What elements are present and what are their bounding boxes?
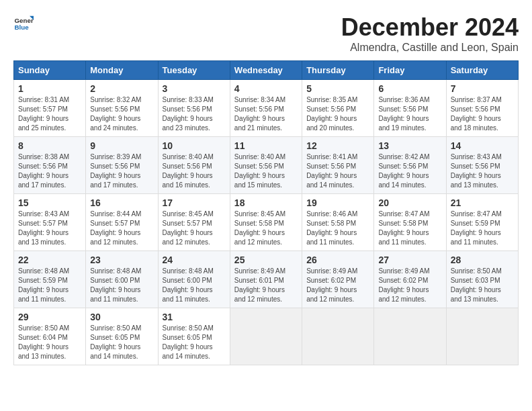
header-friday: Friday bbox=[374, 61, 446, 80]
day-info: Sunrise: 8:39 AMSunset: 5:56 PMDaylight:… bbox=[90, 152, 153, 190]
day-number: 30 bbox=[90, 312, 153, 322]
day-info: Sunrise: 8:38 AMSunset: 5:56 PMDaylight:… bbox=[18, 152, 81, 190]
day-info: Sunrise: 8:44 AMSunset: 5:57 PMDaylight:… bbox=[90, 210, 153, 247]
calendar-cell: 29 Sunrise: 8:50 AMSunset: 6:04 PMDaylig… bbox=[14, 308, 86, 365]
day-info: Sunrise: 8:46 AMSunset: 5:58 PMDaylight:… bbox=[306, 210, 369, 247]
day-info: Sunrise: 8:36 AMSunset: 5:56 PMDaylight:… bbox=[378, 95, 441, 133]
day-info: Sunrise: 8:50 AMSunset: 6:05 PMDaylight:… bbox=[90, 324, 153, 361]
day-info: Sunrise: 8:49 AMSunset: 6:02 PMDaylight:… bbox=[306, 267, 369, 304]
calendar-cell: 8 Sunrise: 8:38 AMSunset: 5:56 PMDayligh… bbox=[14, 137, 86, 194]
calendar-cell: 18 Sunrise: 8:45 AMSunset: 5:58 PMDaylig… bbox=[230, 194, 302, 251]
day-number: 23 bbox=[90, 255, 153, 265]
header-wednesday: Wednesday bbox=[230, 61, 302, 80]
day-info: Sunrise: 8:45 AMSunset: 5:58 PMDaylight:… bbox=[234, 210, 298, 247]
day-number: 6 bbox=[378, 83, 441, 94]
day-info: Sunrise: 8:34 AMSunset: 5:56 PMDaylight:… bbox=[234, 95, 298, 133]
logo-icon: General Blue bbox=[13, 13, 34, 34]
day-number: 25 bbox=[234, 255, 298, 265]
calendar-cell: 24 Sunrise: 8:48 AMSunset: 6:00 PMDaylig… bbox=[158, 251, 230, 308]
calendar-cell: 31 Sunrise: 8:50 AMSunset: 6:05 PMDaylig… bbox=[158, 308, 230, 365]
day-info: Sunrise: 8:47 AMSunset: 5:58 PMDaylight:… bbox=[378, 210, 441, 247]
day-number: 9 bbox=[90, 140, 153, 151]
day-number: 13 bbox=[378, 140, 441, 151]
calendar-cell: 12 Sunrise: 8:41 AMSunset: 5:56 PMDaylig… bbox=[302, 137, 374, 194]
calendar-week-row: 22 Sunrise: 8:48 AMSunset: 5:59 PMDaylig… bbox=[14, 251, 519, 308]
calendar-cell: 26 Sunrise: 8:49 AMSunset: 6:02 PMDaylig… bbox=[302, 251, 374, 308]
day-info: Sunrise: 8:48 AMSunset: 5:59 PMDaylight:… bbox=[18, 267, 81, 304]
day-number: 3 bbox=[163, 83, 226, 94]
calendar-cell: 1 Sunrise: 8:31 AMSunset: 5:57 PMDayligh… bbox=[14, 80, 86, 137]
day-number: 2 bbox=[90, 83, 153, 94]
day-info: Sunrise: 8:43 AMSunset: 5:57 PMDaylight:… bbox=[18, 210, 81, 247]
calendar-cell: 28 Sunrise: 8:50 AMSunset: 6:03 PMDaylig… bbox=[446, 251, 518, 308]
day-number: 28 bbox=[451, 255, 514, 265]
calendar-cell: 20 Sunrise: 8:47 AMSunset: 5:58 PMDaylig… bbox=[374, 194, 446, 251]
month-title: December 2024 bbox=[341, 13, 519, 42]
calendar-cell bbox=[302, 308, 374, 365]
header-thursday: Thursday bbox=[302, 61, 374, 80]
day-number: 31 bbox=[163, 312, 226, 322]
calendar-cell: 21 Sunrise: 8:47 AMSunset: 5:59 PMDaylig… bbox=[446, 194, 518, 251]
day-number: 17 bbox=[163, 197, 226, 208]
day-number: 7 bbox=[451, 83, 514, 94]
page-header: General Blue December 2024 Almendra, Cas… bbox=[13, 13, 519, 54]
day-number: 21 bbox=[451, 197, 514, 208]
day-info: Sunrise: 8:37 AMSunset: 5:56 PMDaylight:… bbox=[451, 95, 514, 133]
calendar-cell: 23 Sunrise: 8:48 AMSunset: 6:00 PMDaylig… bbox=[86, 251, 158, 308]
location-title: Almendra, Castille and Leon, Spain bbox=[341, 42, 519, 54]
day-info: Sunrise: 8:35 AMSunset: 5:56 PMDaylight:… bbox=[306, 95, 369, 133]
calendar-cell: 9 Sunrise: 8:39 AMSunset: 5:56 PMDayligh… bbox=[86, 137, 158, 194]
calendar-cell: 14 Sunrise: 8:43 AMSunset: 5:56 PMDaylig… bbox=[446, 137, 518, 194]
day-number: 1 bbox=[18, 83, 81, 94]
calendar-cell bbox=[230, 308, 302, 365]
day-info: Sunrise: 8:40 AMSunset: 5:56 PMDaylight:… bbox=[163, 152, 226, 190]
svg-text:General: General bbox=[15, 17, 34, 24]
calendar-table: Sunday Monday Tuesday Wednesday Thursday… bbox=[13, 60, 519, 365]
day-number: 4 bbox=[234, 83, 298, 94]
day-number: 12 bbox=[306, 140, 369, 151]
day-number: 8 bbox=[18, 140, 81, 151]
header-tuesday: Tuesday bbox=[158, 61, 230, 80]
day-info: Sunrise: 8:32 AMSunset: 5:56 PMDaylight:… bbox=[90, 95, 153, 133]
day-number: 26 bbox=[306, 255, 369, 265]
day-info: Sunrise: 8:31 AMSunset: 5:57 PMDaylight:… bbox=[18, 95, 81, 133]
day-number: 10 bbox=[163, 140, 226, 151]
day-number: 19 bbox=[306, 197, 369, 208]
day-number: 24 bbox=[163, 255, 226, 265]
calendar-cell: 16 Sunrise: 8:44 AMSunset: 5:57 PMDaylig… bbox=[86, 194, 158, 251]
calendar-cell: 25 Sunrise: 8:49 AMSunset: 6:01 PMDaylig… bbox=[230, 251, 302, 308]
calendar-week-row: 15 Sunrise: 8:43 AMSunset: 5:57 PMDaylig… bbox=[14, 194, 519, 251]
header-saturday: Saturday bbox=[446, 61, 518, 80]
calendar-cell: 7 Sunrise: 8:37 AMSunset: 5:56 PMDayligh… bbox=[446, 80, 518, 137]
calendar-cell: 5 Sunrise: 8:35 AMSunset: 5:56 PMDayligh… bbox=[302, 80, 374, 137]
day-info: Sunrise: 8:45 AMSunset: 5:57 PMDaylight:… bbox=[163, 210, 226, 247]
calendar-cell: 30 Sunrise: 8:50 AMSunset: 6:05 PMDaylig… bbox=[86, 308, 158, 365]
calendar-cell: 13 Sunrise: 8:42 AMSunset: 5:56 PMDaylig… bbox=[374, 137, 446, 194]
header-row: Sunday Monday Tuesday Wednesday Thursday… bbox=[14, 61, 519, 80]
day-info: Sunrise: 8:48 AMSunset: 6:00 PMDaylight:… bbox=[90, 267, 153, 304]
calendar-cell: 27 Sunrise: 8:49 AMSunset: 6:02 PMDaylig… bbox=[374, 251, 446, 308]
calendar-cell: 6 Sunrise: 8:36 AMSunset: 5:56 PMDayligh… bbox=[374, 80, 446, 137]
calendar-cell: 19 Sunrise: 8:46 AMSunset: 5:58 PMDaylig… bbox=[302, 194, 374, 251]
svg-text:Blue: Blue bbox=[15, 24, 30, 31]
header-monday: Monday bbox=[86, 61, 158, 80]
day-number: 16 bbox=[90, 197, 153, 208]
title-area: December 2024 Almendra, Castille and Leo… bbox=[341, 13, 519, 54]
calendar-week-row: 1 Sunrise: 8:31 AMSunset: 5:57 PMDayligh… bbox=[14, 80, 519, 137]
day-info: Sunrise: 8:49 AMSunset: 6:01 PMDaylight:… bbox=[234, 267, 298, 304]
calendar-cell: 17 Sunrise: 8:45 AMSunset: 5:57 PMDaylig… bbox=[158, 194, 230, 251]
day-info: Sunrise: 8:42 AMSunset: 5:56 PMDaylight:… bbox=[378, 152, 441, 190]
calendar-week-row: 29 Sunrise: 8:50 AMSunset: 6:04 PMDaylig… bbox=[14, 308, 519, 365]
day-info: Sunrise: 8:50 AMSunset: 6:04 PMDaylight:… bbox=[18, 324, 81, 361]
day-number: 20 bbox=[378, 197, 441, 208]
day-number: 22 bbox=[18, 255, 81, 265]
day-number: 15 bbox=[18, 197, 81, 208]
calendar-cell: 4 Sunrise: 8:34 AMSunset: 5:56 PMDayligh… bbox=[230, 80, 302, 137]
calendar-cell bbox=[374, 308, 446, 365]
day-info: Sunrise: 8:43 AMSunset: 5:56 PMDaylight:… bbox=[451, 152, 514, 190]
calendar-cell: 10 Sunrise: 8:40 AMSunset: 5:56 PMDaylig… bbox=[158, 137, 230, 194]
calendar-cell: 11 Sunrise: 8:40 AMSunset: 5:56 PMDaylig… bbox=[230, 137, 302, 194]
calendar-cell: 15 Sunrise: 8:43 AMSunset: 5:57 PMDaylig… bbox=[14, 194, 86, 251]
day-info: Sunrise: 8:48 AMSunset: 6:00 PMDaylight:… bbox=[163, 267, 226, 304]
calendar-cell bbox=[446, 308, 518, 365]
